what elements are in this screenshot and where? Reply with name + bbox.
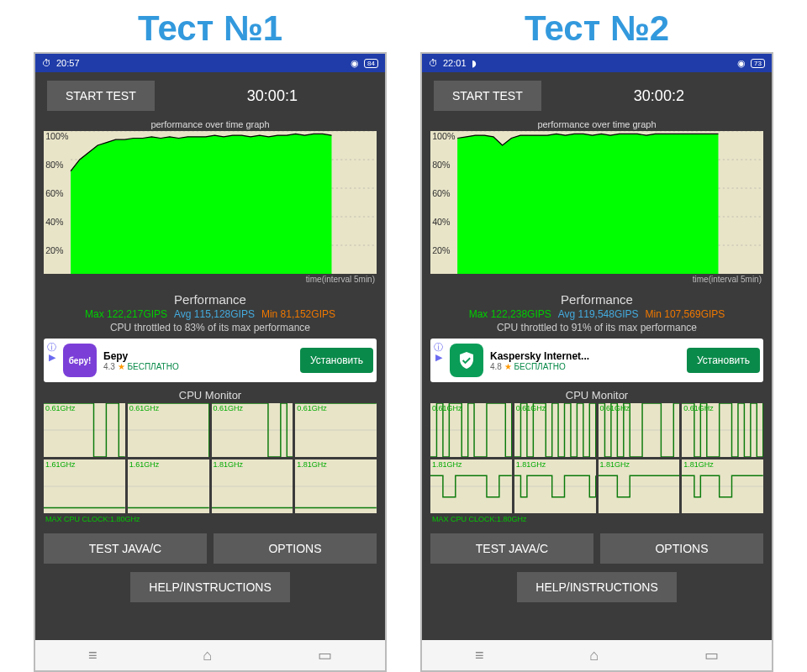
- phone-frame: ⏱ 22:01 ◗ ◉ 73 START TEST 30:00:2 perfor…: [420, 52, 773, 672]
- stat-max: Max 122,217GIPS: [85, 308, 167, 320]
- core-freq-label: 1.81GHz: [214, 460, 244, 469]
- cpu-core-7: 1.81GHz: [295, 459, 377, 513]
- nav-home-icon[interactable]: ⌂: [203, 647, 212, 664]
- stat-min: Min 107,569GIPS: [646, 308, 725, 320]
- x-axis-label: time(interval 5min): [35, 275, 375, 284]
- max-cpu-clock: MAX CPU CLOCK:1.80GHz: [45, 515, 375, 523]
- core-freq-label: 1.81GHz: [600, 460, 630, 469]
- phone-frame: ⏱ 20:57 ◉ 84 START TEST 30:00:1 performa…: [34, 52, 387, 672]
- performance-header: Performance: [422, 292, 772, 307]
- cpu-core-3: 0.61GHz: [682, 403, 763, 457]
- nav-back-icon[interactable]: ▭: [318, 646, 332, 664]
- ad-banner[interactable]: ⓘ▶ беру! Беру 4.3 ★ БЕСПЛАТНО Установить: [44, 339, 377, 382]
- panel-title: Тест №1: [34, 8, 387, 49]
- cpu-core-2: 0.61GHz: [599, 403, 680, 457]
- perf-graph-title: performance over time graph: [422, 119, 772, 129]
- cpu-monitor-title: CPU Monitor: [422, 389, 772, 402]
- nav-bar: ≡ ⌂ ▭: [422, 640, 772, 670]
- core-freq-label: 0.61GHz: [297, 404, 327, 412]
- cpu-core-5: 1.61GHz: [128, 459, 209, 513]
- ad-app-name: Беру: [103, 350, 293, 362]
- stat-avg: Avg 119,548GIPS: [558, 308, 639, 320]
- ad-install-button[interactable]: Установить: [687, 348, 760, 373]
- ad-app-icon: [450, 344, 483, 377]
- svg-text:100%: 100%: [432, 132, 455, 141]
- core-freq-label: 0.61GHz: [683, 404, 714, 412]
- start-test-button[interactable]: START TEST: [434, 81, 541, 111]
- core-freq-label: 1.61GHz: [129, 460, 160, 469]
- core-freq-label: 1.81GHz: [297, 460, 327, 469]
- throttle-text: CPU throttled to 83% of its max performa…: [35, 322, 385, 333]
- svg-text:20%: 20%: [45, 246, 63, 255]
- core-freq-label: 0.61GHz: [600, 404, 630, 412]
- help-button[interactable]: HELP/INSTRUCTIONS: [517, 572, 676, 602]
- stat-avg: Avg 115,128GIPS: [174, 308, 255, 320]
- performance-graph: 100%80%60%40%20%: [44, 131, 377, 274]
- core-freq-label: 1.81GHz: [432, 460, 462, 469]
- cpu-core-7: 1.81GHz: [682, 459, 763, 513]
- performance-graph: 100%80%60%40%20%: [430, 131, 763, 274]
- perf-graph-title: performance over time graph: [35, 119, 385, 129]
- cpu-core-6: 1.81GHz: [212, 459, 293, 513]
- ad-app-name: Kaspersky Internet...: [490, 350, 680, 362]
- nav-recent-icon[interactable]: ≡: [88, 647, 98, 664]
- help-button[interactable]: HELP/INSTRUCTIONS: [130, 572, 289, 602]
- svg-text:80%: 80%: [45, 160, 63, 170]
- core-freq-label: 1.81GHz: [516, 460, 546, 469]
- stat-min: Min 81,152GIPS: [261, 308, 335, 320]
- moon-icon: ◗: [472, 58, 477, 69]
- timer-display: 30:00:2: [558, 87, 760, 105]
- nav-back-icon[interactable]: ▭: [704, 646, 719, 664]
- svg-text:60%: 60%: [432, 189, 450, 198]
- ad-app-icon: беру!: [63, 344, 97, 377]
- options-button[interactable]: OPTIONS: [600, 533, 763, 564]
- svg-text:20%: 20%: [432, 246, 450, 255]
- options-button[interactable]: OPTIONS: [214, 533, 377, 564]
- wifi-icon: ◉: [737, 58, 746, 69]
- panel-title: Тест №2: [420, 8, 773, 49]
- cpu-core-grid: 0.61GHz 0.61GHz 0.61GHz 0.61GHz 1.81: [430, 403, 763, 513]
- test-java-button[interactable]: TEST JAVA/C: [44, 533, 207, 564]
- core-freq-label: 0.61GHz: [129, 404, 160, 412]
- cpu-core-2: 0.61GHz: [212, 403, 293, 457]
- ad-subtitle: 4.3 ★ БЕСПЛАТНО: [103, 362, 293, 371]
- svg-text:80%: 80%: [432, 160, 450, 170]
- ad-info-icon[interactable]: ⓘ▶: [434, 342, 443, 362]
- cpu-core-3: 0.61GHz: [295, 403, 377, 457]
- svg-text:100%: 100%: [45, 132, 68, 141]
- svg-text:60%: 60%: [45, 189, 63, 198]
- performance-header: Performance: [35, 292, 385, 307]
- stat-max: Max 122,238GIPS: [469, 308, 551, 320]
- cpu-core-4: 1.81GHz: [430, 459, 512, 513]
- start-test-button[interactable]: START TEST: [47, 81, 155, 111]
- nav-recent-icon[interactable]: ≡: [475, 647, 484, 664]
- test-java-button[interactable]: TEST JAVA/C: [430, 533, 593, 564]
- nav-bar: ≡ ⌂ ▭: [35, 640, 385, 670]
- cpu-core-5: 1.81GHz: [514, 459, 596, 513]
- battery-indicator: 84: [364, 59, 378, 68]
- performance-stats: Max 122,217GIPS Avg 115,128GIPS Min 81,1…: [35, 308, 385, 320]
- nav-home-icon[interactable]: ⌂: [589, 647, 599, 664]
- cpu-core-1: 0.61GHz: [128, 403, 209, 457]
- alarm-icon: ⏱: [429, 58, 438, 68]
- cpu-core-6: 1.81GHz: [599, 459, 680, 513]
- status-bar: ⏱ 20:57 ◉ 84: [35, 54, 385, 72]
- cpu-core-0: 0.61GHz: [430, 403, 512, 457]
- throttle-text: CPU throttled to 91% of its max performa…: [422, 322, 772, 333]
- max-cpu-clock: MAX CPU CLOCK:1.80GHz: [432, 515, 762, 523]
- cpu-monitor-title: CPU Monitor: [35, 389, 385, 402]
- core-freq-label: 0.61GHz: [214, 404, 244, 412]
- core-freq-label: 0.61GHz: [45, 404, 76, 412]
- svg-text:40%: 40%: [432, 218, 450, 227]
- core-freq-label: 1.61GHz: [45, 460, 76, 469]
- svg-text:40%: 40%: [45, 218, 63, 227]
- ad-info-icon[interactable]: ⓘ▶: [47, 342, 56, 362]
- x-axis-label: time(interval 5min): [422, 275, 762, 284]
- cpu-core-1: 0.61GHz: [514, 403, 596, 457]
- status-time: 20:57: [56, 58, 80, 68]
- ad-install-button[interactable]: Установить: [300, 348, 373, 373]
- ad-banner[interactable]: ⓘ▶ Kaspersky Internet... 4.8 ★ БЕСПЛАТНО…: [430, 339, 763, 382]
- core-freq-label: 0.61GHz: [432, 404, 462, 412]
- wifi-icon: ◉: [351, 58, 359, 69]
- timer-display: 30:00:1: [171, 87, 373, 105]
